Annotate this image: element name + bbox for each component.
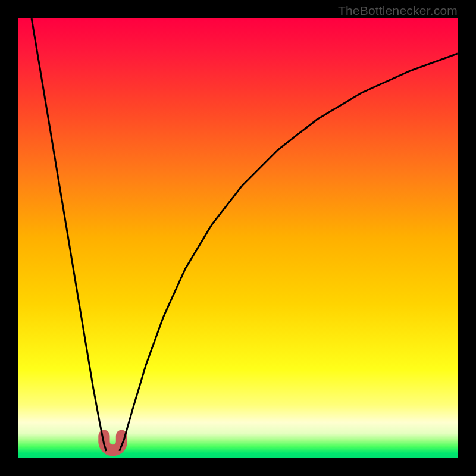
chart-frame: TheBottlenecker.com: [0, 0, 476, 476]
chart-svg: [18, 18, 458, 458]
heat-gradient: [18, 18, 458, 458]
watermark-text: TheBottlenecker.com: [338, 4, 458, 18]
plot-area: [18, 18, 458, 458]
